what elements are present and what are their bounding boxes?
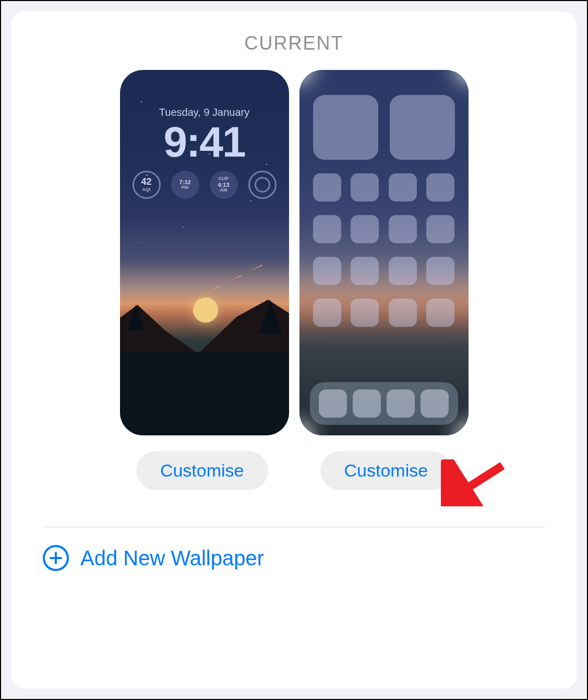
star xyxy=(141,101,142,102)
add-new-wallpaper-button[interactable]: Add New Wallpaper xyxy=(43,545,545,571)
clock2-period: AM xyxy=(220,188,227,193)
aqi-label: AQI xyxy=(142,187,150,193)
app-icon-placeholder xyxy=(351,299,379,327)
dock-icon-placeholder xyxy=(387,389,415,418)
aqi-widget: 42 AQI xyxy=(133,171,161,199)
app-icon-placeholder xyxy=(426,215,454,243)
meteor xyxy=(206,285,221,292)
home-widget-placeholder xyxy=(313,95,378,160)
lock-screen-preview[interactable]: Tuesday, 9 January 9:41 42 AQI 7:32 PM C… xyxy=(120,70,289,435)
lock-screen-content: Tuesday, 9 January 9:41 42 AQI 7:32 PM C… xyxy=(120,106,289,199)
lock-date: Tuesday, 9 January xyxy=(120,106,289,118)
home-screen-preview[interactable] xyxy=(299,70,469,435)
divider xyxy=(43,527,545,527)
app-icon-placeholder xyxy=(313,215,341,243)
app-icon-placeholder xyxy=(313,257,341,285)
dock-icon-placeholder xyxy=(353,389,381,418)
lock-time: 9:41 xyxy=(120,121,289,163)
app-icon-placeholder xyxy=(389,173,417,201)
star xyxy=(250,200,251,201)
ground xyxy=(120,352,289,435)
plus-circle-icon xyxy=(43,545,69,571)
customise-buttons-row: Customise Customise xyxy=(43,451,545,490)
customise-home-button[interactable]: Customise xyxy=(320,451,452,490)
add-new-label: Add New Wallpaper xyxy=(80,547,264,570)
wallpaper-settings-card: CURRENT Tuesday, 9 January 9:41 xyxy=(11,11,577,689)
app-icon-placeholder xyxy=(389,299,417,327)
dock-icon-placeholder xyxy=(319,389,347,418)
activity-rings-icon xyxy=(255,177,270,193)
app-icon-placeholder xyxy=(351,257,379,285)
app-icon-placeholder xyxy=(426,173,454,201)
clock2-label: CUP xyxy=(219,176,229,182)
lock-widgets: 42 AQI 7:32 PM CUP 4:13 AM xyxy=(120,171,289,199)
clock1-period: PM xyxy=(182,185,189,191)
app-icon-placeholder xyxy=(351,173,379,201)
app-icon-placeholder xyxy=(389,215,417,243)
home-grid xyxy=(313,95,455,376)
section-title: CURRENT xyxy=(43,32,545,54)
meteor xyxy=(248,264,262,271)
clock-widget-1: 7:32 PM xyxy=(171,171,199,199)
rings-widget xyxy=(248,171,277,199)
app-icon-placeholder xyxy=(313,299,341,327)
home-widget-placeholder xyxy=(390,95,455,160)
wallpaper-previews: Tuesday, 9 January 9:41 42 AQI 7:32 PM C… xyxy=(43,70,545,435)
dock xyxy=(310,382,458,425)
app-icon-placeholder xyxy=(389,257,417,285)
app-icon-placeholder xyxy=(426,299,454,327)
meteor xyxy=(227,275,242,282)
app-icon-placeholder xyxy=(426,257,454,285)
star xyxy=(141,242,142,243)
dock-icon-placeholder xyxy=(421,389,449,418)
tree xyxy=(127,305,144,331)
app-icon-placeholder xyxy=(351,215,379,243)
aqi-value: 42 xyxy=(141,177,151,187)
tree xyxy=(259,300,282,334)
app-icon-placeholder xyxy=(313,173,341,201)
customise-lock-button[interactable]: Customise xyxy=(136,451,268,490)
sun xyxy=(193,298,218,323)
star xyxy=(183,227,184,228)
clock-widget-2: CUP 4:13 AM xyxy=(210,171,238,199)
